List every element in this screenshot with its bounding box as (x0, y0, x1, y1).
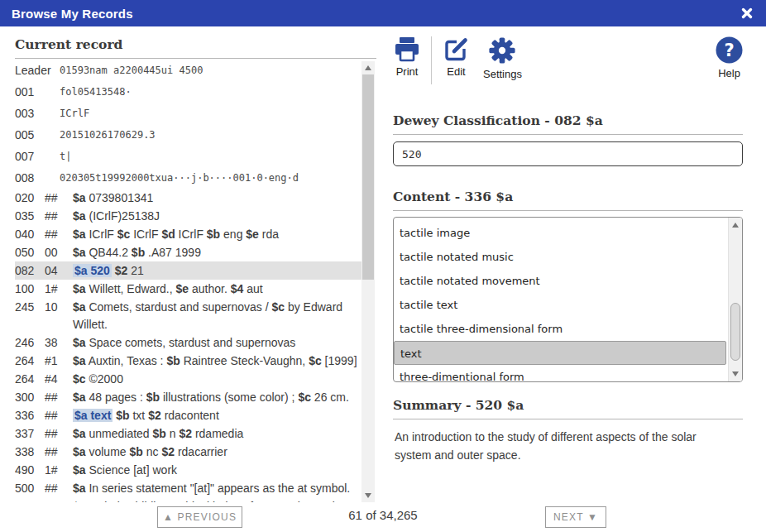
marc-control-field-row: 003ICrlF (15, 103, 361, 124)
content-option[interactable]: tactile notated movement (394, 269, 728, 293)
marc-data-field-row[interactable]: 300##$a 48 pages : $b illustrations (som… (15, 388, 361, 406)
content-heading: Content - 336 $a (393, 189, 743, 211)
record-scrollbar[interactable] (361, 61, 375, 502)
edit-button[interactable]: Edit (443, 36, 470, 78)
content-option[interactable]: tactile notated music (394, 245, 728, 269)
content-option[interactable]: three-dimentional form (394, 365, 728, 382)
content-option[interactable]: tactile three-dimensional form (394, 317, 728, 341)
marc-data-field-row[interactable]: 338##$a volume $b nc $2 rdacarrier (15, 443, 361, 461)
settings-label: Settings (483, 68, 522, 80)
content-option[interactable]: tactile text (394, 293, 728, 317)
marc-control-field-row: 008020305t19992000txua···j·b····001·0·en… (15, 167, 361, 189)
marc-control-field-row: 001fol05413548· (15, 81, 361, 103)
content-section: Content - 336 $a still imagetactile imag… (393, 189, 743, 382)
marc-data-field-row[interactable]: 337##$a unmediated $b n $2 rdamedia (15, 424, 361, 443)
dialog-title: Browse My Records (12, 7, 133, 21)
help-label: Help (718, 67, 740, 79)
record-count: 61 of 34,265 (0, 508, 766, 522)
marc-data-field-row[interactable]: 500##$a In series statement "[at]" appea… (15, 479, 361, 497)
dialog-titlebar: Browse My Records (0, 0, 766, 26)
scroll-down-icon[interactable] (365, 493, 371, 498)
record-scrollbar-thumb[interactable] (362, 74, 374, 280)
next-button[interactable]: NEXT ▼ (545, 506, 606, 528)
summary-heading: Summary - 520 $a (393, 397, 743, 419)
marc-record-list: Leader01593nam a2200445ui 4500001fol0541… (15, 60, 361, 502)
print-icon (393, 36, 421, 62)
marc-data-field-row[interactable]: 05000$a QB44.2 $b .A87 1999 (15, 243, 361, 261)
scroll-up-icon[interactable] (365, 65, 371, 70)
settings-button[interactable]: Settings (483, 36, 522, 80)
dewey-input[interactable] (393, 141, 743, 166)
listbox-scrollbar[interactable] (728, 218, 742, 381)
marc-data-field-row[interactable]: 040##$a ICrlF $c ICrlF $d ICrlF $b eng $… (15, 225, 361, 243)
current-record-heading: Current record (15, 36, 376, 59)
toolbar-divider (431, 36, 432, 84)
listbox-scrollbar-thumb[interactable] (730, 303, 740, 361)
dewey-heading: Dewey Classification - 082 $a (393, 113, 743, 135)
close-icon (741, 7, 753, 19)
settings-icon (488, 36, 516, 65)
marc-data-field-row[interactable]: 4901#$a Science [at] work (15, 461, 361, 479)
marc-control-field-row: Leader01593nam a2200445ui 4500 (15, 60, 361, 81)
help-icon: ? (716, 36, 743, 64)
marc-data-field-row[interactable]: 020##$a 0739801341 (15, 189, 361, 207)
help-button[interactable]: ? Help (716, 36, 743, 79)
listbox-scroll-down-icon[interactable] (732, 371, 739, 376)
toolbar: Print Edit Settings (393, 36, 743, 88)
edit-label: Edit (447, 65, 465, 78)
marc-data-field-row[interactable]: 504##$a Includes bibliographical index o… (15, 497, 361, 502)
summary-text: An introduction to the study of differen… (393, 419, 728, 464)
print-button[interactable]: Print (393, 36, 421, 78)
marc-control-field-row: 007t| (15, 146, 361, 167)
marc-data-field-row[interactable]: 264#1$a Auxtin, Texas : $b Raintree Stec… (15, 352, 361, 370)
marc-data-field-row[interactable]: 264#4$c ©2000 (15, 370, 361, 388)
close-button[interactable] (740, 6, 754, 21)
print-label: Print (396, 65, 419, 78)
edit-icon (443, 36, 470, 62)
summary-section: Summary - 520 $a An introduction to the … (393, 397, 743, 464)
content-listbox[interactable]: still imagetactile imagetactile notated … (393, 217, 743, 382)
content-option[interactable]: tactile image (394, 221, 728, 245)
marc-data-field-row[interactable]: 08204$a 520 $2 21 (15, 261, 361, 280)
content-option[interactable]: text (394, 341, 726, 365)
marc-data-field-row[interactable]: 24510$a Comets, stardust and supernovas … (15, 298, 361, 333)
listbox-scroll-up-icon[interactable] (732, 223, 739, 228)
marc-control-field-row: 00520151026170629.3 (15, 124, 361, 146)
marc-data-field-row[interactable]: 035##$a (ICrlF)25138J (15, 207, 361, 225)
marc-data-field-row[interactable]: 24638$a Space comets, stardust and super… (15, 333, 361, 352)
dewey-section: Dewey Classification - 082 $a (393, 113, 743, 166)
svg-text:?: ? (724, 41, 734, 60)
marc-data-field-row[interactable]: 336##$a text $b txt $2 rdacontent (15, 406, 361, 424)
marc-data-field-row[interactable]: 1001#$a Willett, Edward., $e author. $4 … (15, 280, 361, 298)
